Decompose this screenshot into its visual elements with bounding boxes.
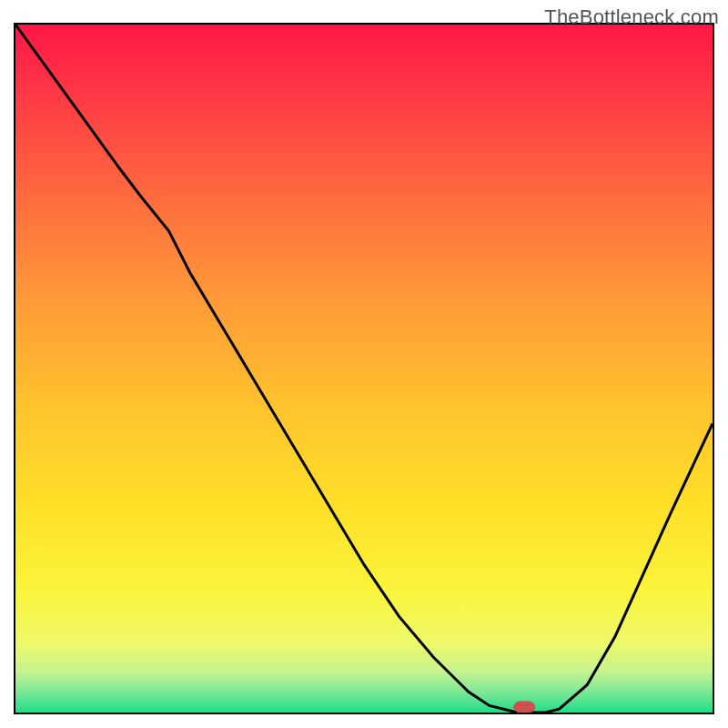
chart-curve bbox=[15, 25, 713, 713]
watermark: TheBottleneck.com bbox=[544, 5, 719, 29]
optimum-marker bbox=[514, 702, 535, 713]
